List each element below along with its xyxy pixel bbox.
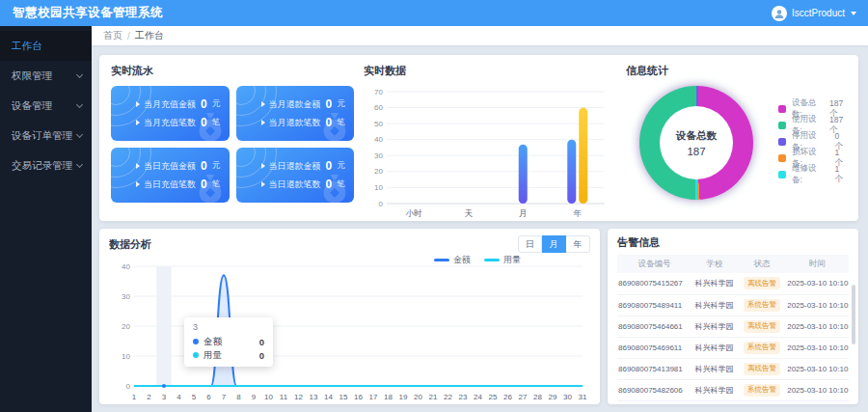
stats-body: 设备总数 187 设备总数:187个使用设备:187个停用设备:0个损坏设备:1…	[626, 80, 847, 200]
breadcrumb-current: 工作台	[135, 29, 164, 42]
school-cell: 科兴科学园	[692, 294, 738, 316]
svg-text:18: 18	[384, 393, 393, 401]
flow-stat-tile-2: 当日充值金额0元当日充值笔数0笔	[111, 148, 230, 203]
series-dot	[193, 339, 199, 344]
svg-text:21: 21	[429, 393, 438, 401]
svg-text:16: 16	[354, 393, 363, 401]
school-cell: 科兴科学园	[692, 337, 738, 358]
sidebar-item-3[interactable]: 设备订单管理	[0, 121, 92, 151]
column-header-3: 时间	[786, 255, 849, 273]
svg-text:14: 14	[324, 393, 333, 401]
tile-stat-unit: 元	[337, 160, 345, 172]
sidebar-item-label: 工作台	[12, 40, 42, 53]
alarm-row-1: 869080075489411科兴科学园系统告警2025-03-10 10:10…	[617, 294, 849, 316]
flow-title: 实时流水	[111, 64, 354, 78]
period-tab-0[interactable]: 日	[518, 235, 542, 253]
legend-label: 维修设备:	[792, 163, 825, 186]
legend-swatch	[778, 122, 786, 129]
donut-center-label: 设备总数	[676, 129, 717, 143]
legend-swatch	[778, 171, 786, 179]
tile-stat-unit: 元	[337, 98, 345, 110]
svg-text:70: 70	[374, 88, 383, 96]
avatar	[772, 6, 787, 21]
sidebar-item-2[interactable]: 设备管理	[0, 91, 92, 121]
sidebar-item-1[interactable]: 权限管理	[0, 61, 92, 91]
caret-right-icon	[136, 101, 140, 107]
caret-right-icon	[261, 101, 265, 107]
flow-stat-tile-0: 当月充值金额0元当月充值笔数0笔	[111, 86, 230, 141]
top-summary-card: 实时流水 当月充值金额0元当月充值笔数0笔当月退款金额0元当月退款笔数0笔当日充…	[99, 55, 858, 221]
sidebar-item-label: 设备管理	[12, 99, 52, 113]
line-legend-item-1[interactable]: 用量	[484, 254, 521, 266]
user-name: IscctProduct	[792, 8, 845, 18]
status-badge: 离线告警	[744, 320, 780, 333]
device-no-cell: 869080075413981	[617, 358, 692, 379]
tooltip-value: 0	[259, 337, 264, 347]
scrollbar-thumb[interactable]	[852, 285, 855, 344]
alarm-row-0: 869080075415267科兴科学园离线告警2025-03-10 10:10…	[617, 273, 849, 294]
tile-stat-value: 0	[201, 178, 207, 191]
breadcrumb-home[interactable]: 首页	[103, 29, 122, 42]
tooltip-label: 金额	[203, 336, 222, 348]
app-title: 智慧校园共享设备管理系统	[13, 5, 163, 21]
caret-right-icon	[136, 181, 140, 187]
legend-swatch	[778, 105, 786, 113]
svg-text:小时: 小时	[406, 208, 422, 218]
svg-text:17: 17	[369, 393, 378, 401]
chevron-down-icon	[76, 100, 83, 107]
svg-text:10: 10	[374, 183, 383, 192]
tile-stat-unit: 元	[212, 98, 221, 110]
svg-text:25: 25	[489, 393, 498, 401]
tile-stat-unit: 笔	[212, 117, 221, 128]
line-legend-item-0[interactable]: 金额	[434, 254, 471, 266]
tile-stat-label: 当日退款金额	[269, 160, 321, 173]
period-tab-1[interactable]: 月	[542, 235, 566, 253]
series-dot	[193, 352, 199, 358]
flow-stat-tile-1: 当月退款金额0元当月退款笔数0笔	[236, 86, 355, 141]
status-badge: 离线告警	[744, 277, 780, 289]
svg-text:6: 6	[206, 393, 211, 401]
tile-stat-row: 当日充值笔数0笔	[136, 178, 230, 191]
user-menu[interactable]: IscctProduct	[772, 6, 856, 21]
time-cell: 2025-03-10 10:10:37	[786, 337, 849, 358]
tile-stat-value: 0	[326, 159, 333, 173]
caret-right-icon	[136, 120, 140, 125]
column-header-2: 状态	[738, 255, 786, 273]
svg-text:20: 20	[414, 393, 422, 401]
period-tab-2[interactable]: 年	[566, 235, 590, 253]
tile-stat-label: 当日充值笔数	[144, 179, 196, 191]
sidebar-item-label: 设备订单管理	[12, 129, 72, 143]
svg-text:12: 12	[294, 393, 303, 401]
device-no-cell: 869080075489411	[617, 294, 692, 316]
legend-swatch	[778, 154, 786, 162]
alarm-table-header: 设备编号学校状态时间	[617, 255, 849, 273]
device-no-cell: 869080075469611	[617, 337, 692, 358]
main-content: 实时流水 当月充值金额0元当月充值笔数0笔当月退款金额0元当月退款笔数0笔当日充…	[92, 45, 868, 412]
status-cell: 离线告警	[738, 316, 786, 337]
svg-text:30: 30	[122, 292, 130, 301]
school-cell: 科兴科学园	[692, 358, 738, 379]
caret-right-icon	[136, 163, 140, 169]
breadcrumb-separator: /	[127, 31, 130, 41]
sidebar-item-0[interactable]: 工作台	[0, 31, 92, 61]
svg-text:11: 11	[280, 393, 288, 401]
device-no-cell: 869080075482606	[617, 379, 692, 400]
svg-text:20: 20	[122, 322, 130, 331]
sidebar-item-label: 交易记录管理	[12, 159, 72, 173]
sidebar-item-4[interactable]: 交易记录管理	[0, 151, 92, 180]
tile-stat-label: 当月退款笔数	[269, 117, 321, 129]
legend-label: 用量	[503, 254, 521, 266]
flow-stat-tile-3: 当日退款金额0元当日退款笔数0笔	[236, 148, 355, 203]
tile-stat-label: 当月退款金额	[269, 98, 321, 111]
svg-text:13: 13	[310, 393, 318, 401]
status-badge: 系统告警	[744, 342, 780, 354]
time-cell: 2025-03-10 10:10:37	[786, 294, 849, 316]
tile-stat-label: 当月充值金额	[144, 98, 196, 111]
realtime-data-panel: 实时数据 010203040506070小时天月年	[364, 64, 616, 212]
alarm-row-3: 869080075469611科兴科学园系统告警2025-03-10 10:10…	[617, 337, 849, 358]
tile-stat-row: 当月充值笔数0笔	[136, 116, 230, 129]
sidebar: 工作台权限管理设备管理设备订单管理交易记录管理	[0, 26, 92, 412]
svg-text:15: 15	[339, 393, 348, 401]
svg-text:23: 23	[459, 393, 468, 401]
stats-legend: 设备总数:187个使用设备:187个停用设备:0个损坏设备:1个维修设备:1个	[778, 101, 847, 183]
